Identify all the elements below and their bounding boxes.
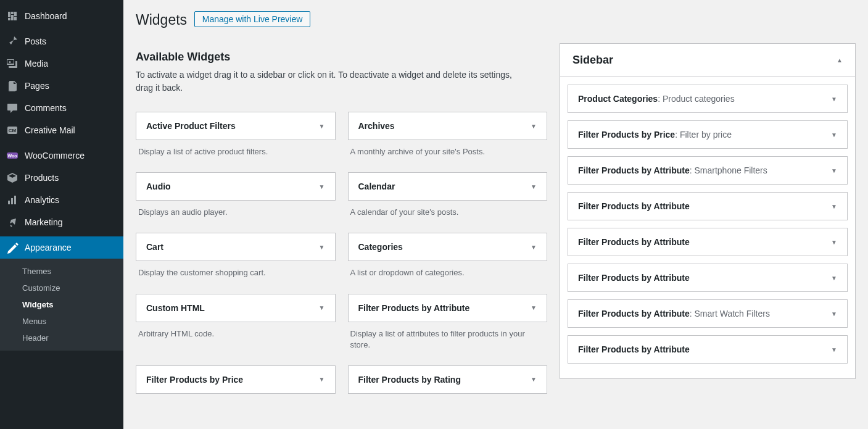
live-preview-button[interactable]: Manage with Live Preview <box>194 11 311 27</box>
menu-woocommerce[interactable]: Woo WooCommerce <box>0 144 123 167</box>
sidebar-zone-title: Sidebar <box>572 54 613 67</box>
available-widget-desc: Display a list of active product filters… <box>136 140 336 165</box>
available-widget-box[interactable]: Categories ▼ <box>348 233 548 261</box>
available-widget-desc <box>348 394 548 407</box>
available-widget: Audio ▼ Displays an audio player. <box>136 172 336 225</box>
page-title: Widgets <box>136 6 187 31</box>
submenu-widgets[interactable]: Widgets <box>0 296 123 313</box>
available-widget-desc: Display the customer shopping cart. <box>136 261 336 286</box>
menu-products[interactable]: Products <box>0 167 123 189</box>
available-widgets-help: To activate a widget drag it to a sideba… <box>136 69 531 94</box>
available-widget: Categories ▼ A list or dropdown of categ… <box>348 233 548 286</box>
placed-widget-title: Filter Products by Attribute: Smart Watc… <box>578 309 770 319</box>
submenu-themes[interactable]: Themes <box>0 263 123 280</box>
available-widget-box[interactable]: Calendar ▼ <box>348 172 548 201</box>
svg-text:CM: CM <box>9 128 17 133</box>
placed-widget-title: Filter Products by Attribute <box>578 237 690 247</box>
available-widget-desc <box>136 394 336 407</box>
available-widget: Filter Products by Attribute ▼ Display a… <box>348 294 548 358</box>
menu-pages[interactable]: Pages <box>0 75 123 97</box>
available-widget-box[interactable]: Filter Products by Rating ▼ <box>348 365 548 394</box>
marketing-icon <box>6 216 19 228</box>
available-widget: Cart ▼ Display the customer shopping car… <box>136 233 336 286</box>
placed-widget[interactable]: Product Categories: Product categories ▼ <box>568 85 848 113</box>
submenu-menus[interactable]: Menus <box>0 313 123 330</box>
available-widget-title: Filter Products by Attribute <box>358 303 470 313</box>
pages-icon <box>6 80 19 92</box>
available-widgets-grid: Active Product Filters ▼ Display a list … <box>136 112 547 415</box>
placed-widget[interactable]: Filter Products by Attribute: Smart Watc… <box>568 299 848 328</box>
available-widget-title: Filter Products by Rating <box>358 375 461 385</box>
submenu-header[interactable]: Header <box>0 330 123 346</box>
available-widget-box[interactable]: Cart ▼ <box>136 233 336 261</box>
placed-widget[interactable]: Filter Products by Attribute ▼ <box>568 264 848 292</box>
chevron-down-icon: ▼ <box>531 123 537 130</box>
sidebar-zone-body[interactable]: Product Categories: Product categories ▼… <box>560 77 855 378</box>
available-widget: Calendar ▼ A calendar of your site's pos… <box>348 172 548 225</box>
chevron-down-icon: ▼ <box>319 183 325 190</box>
available-widget-box[interactable]: Audio ▼ <box>136 172 336 201</box>
available-widget-title: Custom HTML <box>146 303 205 313</box>
menu-analytics-label: Analytics <box>25 195 59 205</box>
menu-creative-mail[interactable]: CM Creative Mail <box>0 119 123 141</box>
placed-widget[interactable]: Filter Products by Attribute ▼ <box>568 335 848 364</box>
placed-widget-title: Filter Products by Attribute: Smartphone… <box>578 165 767 175</box>
menu-analytics[interactable]: Analytics <box>0 189 123 211</box>
available-widget-desc: A list or dropdown of categories. <box>348 261 548 286</box>
menu-dashboard-label: Dashboard <box>25 11 67 21</box>
chevron-down-icon: ▼ <box>531 304 537 311</box>
available-widget-title: Categories <box>358 242 403 252</box>
available-widget: Active Product Filters ▼ Display a list … <box>136 112 336 165</box>
comments-icon <box>6 102 19 114</box>
available-widget-box[interactable]: Custom HTML ▼ <box>136 294 336 322</box>
available-widget-title: Filter Products by Price <box>146 375 243 385</box>
chevron-down-icon: ▼ <box>831 96 837 102</box>
products-icon <box>6 172 19 184</box>
available-widget-desc: Displays an audio player. <box>136 201 336 225</box>
menu-comments[interactable]: Comments <box>0 97 123 119</box>
menu-comments-label: Comments <box>25 103 67 113</box>
menu-dashboard[interactable]: Dashboard <box>0 5 123 27</box>
available-widget-box[interactable]: Archives ▼ <box>348 112 548 140</box>
chevron-down-icon: ▼ <box>531 376 537 383</box>
available-widgets-heading: Available Widgets <box>136 51 547 64</box>
menu-posts[interactable]: Posts <box>0 30 123 52</box>
appearance-icon <box>6 241 19 254</box>
placed-widget[interactable]: Filter Products by Attribute ▼ <box>568 228 848 256</box>
placed-widget[interactable]: Filter Products by Price: Filter by pric… <box>568 120 848 149</box>
available-widget-box[interactable]: Filter Products by Attribute ▼ <box>348 294 548 322</box>
content-area: Widgets Manage with Live Preview Availab… <box>123 0 868 429</box>
available-widget-box[interactable]: Filter Products by Price ▼ <box>136 365 336 394</box>
sidebar-zone-header[interactable]: Sidebar ▲ <box>560 44 855 77</box>
placed-widget[interactable]: Filter Products by Attribute: Smartphone… <box>568 156 848 185</box>
placed-widget-title: Filter Products by Attribute <box>578 344 690 354</box>
chevron-down-icon: ▼ <box>319 123 325 130</box>
available-widget-box[interactable]: Active Product Filters ▼ <box>136 112 336 140</box>
available-widget-desc: A monthly archive of your site's Posts. <box>348 140 548 165</box>
svg-rect-6 <box>14 196 16 204</box>
chevron-down-icon: ▼ <box>319 376 325 383</box>
available-widget: Archives ▼ A monthly archive of your sit… <box>348 112 548 165</box>
admin-menu: Dashboard Posts Media Pages Comments CM … <box>0 0 123 429</box>
chevron-down-icon: ▼ <box>831 275 837 281</box>
placed-widget[interactable]: Filter Products by Attribute ▼ <box>568 192 848 220</box>
available-widget-title: Audio <box>146 181 171 191</box>
svg-rect-4 <box>8 201 10 204</box>
available-widget-desc: Arbitrary HTML code. <box>136 322 336 347</box>
menu-creative-mail-label: Creative Mail <box>25 125 75 135</box>
chevron-down-icon: ▼ <box>319 304 325 311</box>
available-widget-title: Cart <box>146 242 163 252</box>
chevron-down-icon: ▼ <box>531 183 537 190</box>
available-widget-desc: Display a list of attributes to filter p… <box>348 322 548 358</box>
appearance-submenu: Themes Customize Widgets Menus Header <box>0 259 123 351</box>
pin-icon <box>6 35 19 48</box>
available-widget-title: Archives <box>358 121 395 131</box>
menu-marketing[interactable]: Marketing <box>0 211 123 233</box>
submenu-customize[interactable]: Customize <box>0 280 123 296</box>
menu-media-label: Media <box>25 59 48 69</box>
available-widget-desc: A calendar of your site's posts. <box>348 201 548 225</box>
menu-products-label: Products <box>25 173 59 183</box>
menu-media[interactable]: Media <box>0 52 123 75</box>
available-widget: Custom HTML ▼ Arbitrary HTML code. <box>136 294 336 358</box>
menu-appearance[interactable]: Appearance <box>0 236 123 259</box>
